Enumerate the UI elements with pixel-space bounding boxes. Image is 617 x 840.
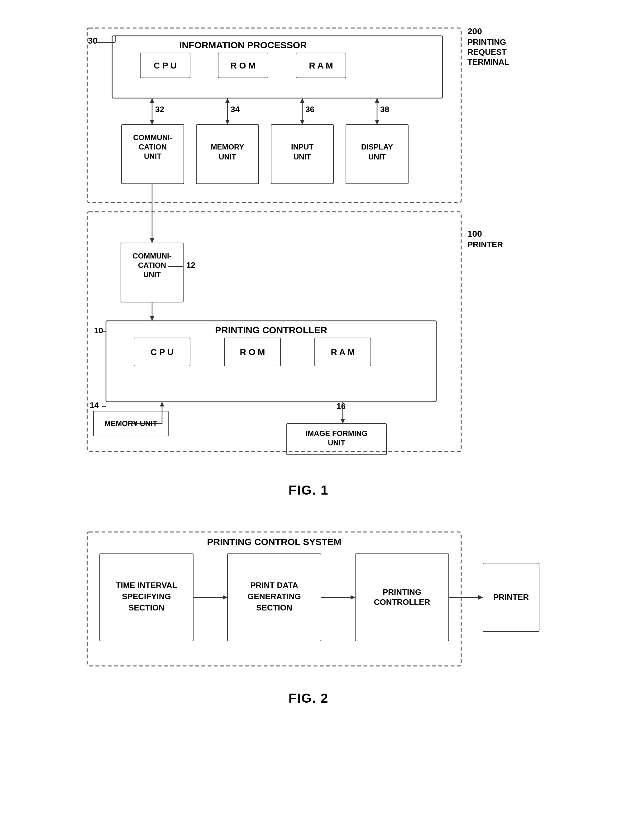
svg-text:SPECIFYING: SPECIFYING [122,592,171,601]
memory-unit-sub: MEMORY [211,143,244,151]
svg-text:SECTION: SECTION [128,603,165,612]
rom-info-processor: R O M [230,61,256,71]
printer-fig2: PRINTER [493,592,529,602]
rom-printer: R O M [240,347,265,357]
svg-marker-51 [341,419,345,424]
svg-text:SECTION: SECTION [256,603,292,612]
svg-text:GENERATING: GENERATING [247,592,301,601]
svg-marker-11 [150,120,154,125]
fig1-diagram: 30 200 PRINTING REQUEST TERMINAL INFORMA… [75,19,542,470]
cpu-printer: C P U [151,347,174,357]
svg-text:UNIT: UNIT [328,439,345,447]
image-forming-unit: IMAGE FORMING [306,429,368,438]
svg-text:UNIT: UNIT [144,152,161,161]
ref-30: 30 [88,36,97,46]
ref-34: 34 [230,105,240,114]
ref-10: 10 [94,326,103,335]
fig2-container: PRINTING CONTROL SYSTEM TIME INTERVAL SP… [59,523,558,706]
memory-unit-printer: MEMORY UNIT [105,419,157,427]
fig1-container: 30 200 PRINTING REQUEST TERMINAL INFORMA… [59,19,558,498]
ref-38: 38 [380,105,389,114]
svg-text:REQUEST: REQUEST [468,47,507,57]
input-unit-sub: INPUT [291,143,313,151]
comm-unit-printer: COMMUNI- [133,252,171,260]
display-unit-sub: DISPLAY [361,143,393,151]
svg-text:CATION: CATION [139,143,167,151]
info-processor-title: INFORMATION PROCESSOR [179,40,307,50]
svg-marker-49 [160,402,164,407]
svg-marker-38 [150,316,154,321]
svg-rect-0 [87,28,461,202]
ref-12: 12 [186,260,195,270]
label-printer: PRINTER [468,240,503,249]
printing-control-system-title: PRINTING CONTROL SYSTEM [207,536,341,547]
label-printing-request-terminal: PRINTING [468,37,506,47]
svg-marker-32 [150,238,154,243]
label-100: 100 [468,229,482,239]
svg-marker-19 [375,98,379,103]
comm-unit-sub: COMMUNI- [133,133,172,142]
svg-marker-20 [375,120,379,125]
svg-text:CATION: CATION [138,261,166,270]
svg-text:CONTROLLER: CONTROLLER [374,597,430,607]
svg-marker-64 [351,595,355,600]
fig2-diagram: PRINTING CONTROL SYSTEM TIME INTERVAL SP… [75,523,542,678]
ref-16: 16 [337,401,345,411]
svg-text:UNIT: UNIT [294,153,311,161]
printing-controller-title: PRINTING CONTROLLER [215,325,327,335]
svg-marker-17 [300,120,304,125]
svg-marker-14 [225,120,230,125]
svg-text:UNIT: UNIT [143,270,161,279]
svg-marker-16 [300,98,304,103]
cpu-info-processor: C P U [154,61,177,71]
page-container: 30 200 PRINTING REQUEST TERMINAL INFORMA… [0,0,617,724]
svg-text:UNIT: UNIT [368,153,386,161]
svg-marker-13 [225,98,230,103]
label-200: 200 [468,27,482,36]
fig1-caption: FIG. 1 [289,483,329,498]
svg-text:UNIT: UNIT [219,153,236,161]
ref-14: 14 [90,401,99,410]
svg-marker-59 [223,595,227,600]
ref-32: 32 [155,105,164,114]
svg-text:TERMINAL: TERMINAL [468,57,509,67]
print-data-generating-section: PRINT DATA [250,581,298,590]
fig2-caption: FIG. 2 [289,691,329,706]
ref-36: 36 [306,105,314,114]
ram-info-processor: R A M [309,61,333,71]
svg-marker-68 [478,595,483,600]
ram-printer: R A M [331,347,354,357]
svg-marker-10 [150,98,154,103]
printing-controller-fig2: PRINTING [383,587,421,597]
time-interval-specifying-section: TIME INTERVAL [116,581,177,590]
